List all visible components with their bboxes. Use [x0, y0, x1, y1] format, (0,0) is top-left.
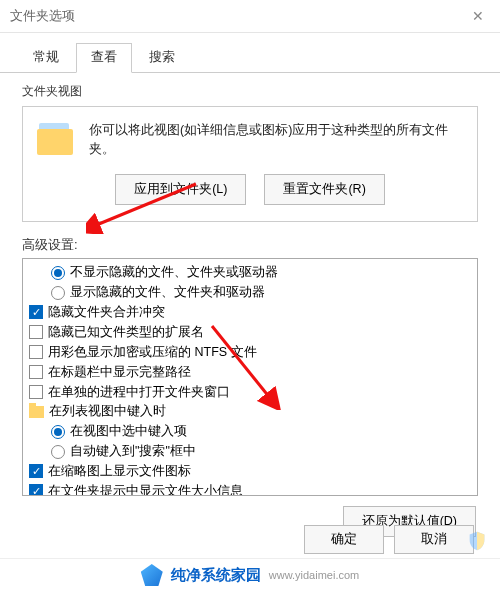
list-item[interactable]: 在标题栏中显示完整路径: [25, 362, 475, 382]
checkbox[interactable]: [29, 464, 43, 478]
item-label: 在文件夹提示中显示文件大小信息: [48, 483, 243, 496]
tab-general[interactable]: 常规: [18, 43, 74, 72]
item-label: 在缩略图上显示文件图标: [48, 463, 191, 480]
folder-views-group: 你可以将此视图(如详细信息或图标)应用于这种类型的所有文件夹。 应用到文件夹(L…: [22, 106, 478, 222]
window-title: 文件夹选项: [10, 7, 75, 25]
item-label: 用彩色显示加密或压缩的 NTFS 文件: [48, 344, 257, 361]
list-item[interactable]: 隐藏文件夹合并冲突: [25, 303, 475, 323]
advanced-settings-list[interactable]: 不显示隐藏的文件、文件夹或驱动器显示隐藏的文件、文件夹和驱动器隐藏文件夹合并冲突…: [22, 258, 478, 496]
watermark: 纯净系统家园 www.yidaimei.com: [0, 558, 500, 590]
item-label: 在单独的进程中打开文件夹窗口: [48, 384, 230, 401]
apply-to-folders-button[interactable]: 应用到文件夹(L): [115, 174, 246, 205]
item-label: 隐藏已知文件类型的扩展名: [48, 324, 204, 341]
folder-node-icon: [29, 406, 44, 418]
item-label: 显示隐藏的文件、文件夹和驱动器: [70, 284, 265, 301]
list-item[interactable]: 在列表视图中键入时: [25, 402, 475, 422]
close-icon[interactable]: ✕: [466, 6, 490, 26]
checkbox[interactable]: [29, 385, 43, 399]
list-item[interactable]: 在文件夹提示中显示文件大小信息: [25, 481, 475, 495]
ok-button[interactable]: 确定: [304, 525, 384, 554]
radio[interactable]: [51, 445, 65, 459]
item-label: 在列表视图中键入时: [49, 403, 166, 420]
item-label: 自动键入到"搜索"框中: [70, 443, 196, 460]
list-item[interactable]: 显示隐藏的文件、文件夹和驱动器: [25, 283, 475, 303]
list-item[interactable]: 不显示隐藏的文件、文件夹或驱动器: [25, 263, 475, 283]
tab-view[interactable]: 查看: [76, 43, 132, 73]
item-label: 在标题栏中显示完整路径: [48, 364, 191, 381]
watermark-brand: 纯净系统家园: [171, 566, 261, 585]
watermark-url: www.yidaimei.com: [269, 569, 359, 581]
folder-views-heading: 文件夹视图: [22, 83, 478, 100]
folder-views-description: 你可以将此视图(如详细信息或图标)应用于这种类型的所有文件夹。: [89, 121, 463, 160]
tab-search[interactable]: 搜索: [134, 43, 190, 72]
list-item[interactable]: 自动键入到"搜索"框中: [25, 442, 475, 462]
radio[interactable]: [51, 266, 65, 280]
item-label: 在视图中选中键入项: [70, 423, 187, 440]
list-item[interactable]: 在单独的进程中打开文件夹窗口: [25, 382, 475, 402]
folder-icon: [37, 121, 75, 155]
list-item[interactable]: 用彩色显示加密或压缩的 NTFS 文件: [25, 342, 475, 362]
checkbox[interactable]: [29, 365, 43, 379]
list-item[interactable]: 在缩略图上显示文件图标: [25, 462, 475, 482]
reset-folders-button[interactable]: 重置文件夹(R): [264, 174, 384, 205]
checkbox[interactable]: [29, 325, 43, 339]
advanced-settings-heading: 高级设置:: [22, 236, 478, 254]
checkbox[interactable]: [29, 484, 43, 495]
item-label: 隐藏文件夹合并冲突: [48, 304, 165, 321]
list-item[interactable]: 在视图中选中键入项: [25, 422, 475, 442]
radio[interactable]: [51, 286, 65, 300]
item-label: 不显示隐藏的文件、文件夹或驱动器: [70, 264, 278, 281]
checkbox[interactable]: [29, 345, 43, 359]
radio[interactable]: [51, 425, 65, 439]
watermark-logo-icon: [141, 564, 163, 586]
list-item[interactable]: 隐藏已知文件类型的扩展名: [25, 322, 475, 342]
tab-strip: 常规 查看 搜索: [0, 33, 500, 73]
uac-shield-icon: [466, 530, 488, 552]
cancel-button[interactable]: 取消: [394, 525, 474, 554]
checkbox[interactable]: [29, 305, 43, 319]
